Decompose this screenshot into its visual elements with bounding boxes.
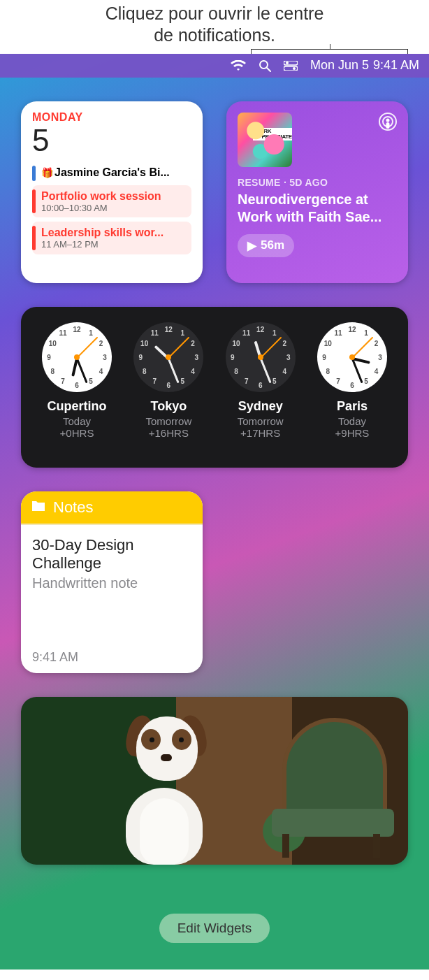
- annotation-line2: de notifications.: [0, 24, 429, 46]
- event-title: Leadership skills wor...: [41, 226, 163, 239]
- birthday-icon: 🎁: [41, 167, 53, 178]
- play-icon: ▶: [247, 238, 256, 253]
- edit-widgets-button[interactable]: Edit Widgets: [159, 914, 270, 943]
- podcast-play-button[interactable]: ▶ 56m: [238, 234, 294, 257]
- clock-offset: +17HRS: [219, 427, 303, 439]
- folder-icon: [31, 498, 46, 517]
- photo-chair: [261, 718, 394, 858]
- clock-minute-hand: [76, 357, 88, 382]
- clock-face: 121234567891011: [226, 322, 296, 392]
- podcast-meta: RESUME · 5D AGO: [238, 177, 397, 188]
- clock-day: Tomorrow: [126, 415, 210, 427]
- clock-item: 121234567891011SydneyTomorrow+17HRS: [219, 322, 303, 454]
- event-title: Jasmine Garcia's Bi...: [54, 166, 170, 178]
- clock-item: 121234567891011TokyoTomorrow+16HRS: [126, 322, 210, 454]
- annotation-line1: Cliquez pour ouvrir le centre: [0, 3, 429, 24]
- wifi-icon[interactable]: [231, 60, 246, 71]
- desktop: Mon Jun 5 9:41 AM MONDAY 5 🎁Jasmine Garc…: [0, 54, 429, 970]
- podcast-duration: 56m: [261, 238, 284, 252]
- event-color-bar: [32, 166, 36, 181]
- calendar-event: Leadership skills wor... 11 AM–12 PM: [32, 222, 191, 254]
- calendar-widget[interactable]: MONDAY 5 🎁Jasmine Garcia's Bi... Portfol…: [21, 101, 203, 283]
- clock-offset: +9HRS: [310, 427, 394, 439]
- podcast-artwork: WORK APPROPRIATE: [238, 113, 292, 167]
- event-time: 11 AM–12 PM: [41, 239, 163, 250]
- clock-city: Cupertino: [35, 399, 119, 414]
- clock-second-hand: [168, 336, 190, 358]
- notification-center-widgets: MONDAY 5 🎁Jasmine Garcia's Bi... Portfol…: [0, 78, 429, 943]
- notes-widget[interactable]: Notes 30-Day Design Challenge Handwritte…: [21, 491, 203, 673]
- help-annotation: Cliquez pour ouvrir le centre de notific…: [0, 0, 429, 54]
- notes-body: 30-Day Design Challenge Handwritten note…: [21, 525, 203, 673]
- clock-second-hand: [351, 336, 373, 358]
- clock-day: Tomorrow: [219, 415, 303, 427]
- clock-offset: +0HRS: [35, 427, 119, 439]
- event-color-bar: [32, 189, 36, 214]
- photo-dog: [98, 711, 238, 865]
- clock-minute-hand: [168, 357, 180, 382]
- spotlight-icon[interactable]: [259, 59, 271, 72]
- event-color-bar: [32, 226, 36, 250]
- clock-minute-hand: [259, 357, 271, 382]
- podcast-title: Neurodivergence at Work with Faith Sae..…: [238, 191, 397, 226]
- menubar: Mon Jun 5 9:41 AM: [0, 54, 429, 78]
- calendar-day-number: 5: [32, 125, 191, 156]
- note-title: 30-Day Design Challenge: [32, 536, 191, 573]
- note-time: 9:41 AM: [32, 650, 191, 665]
- clock-city: Paris: [310, 399, 394, 414]
- clock-item: 121234567891011CupertinoToday+0HRS: [35, 322, 119, 454]
- clock-offset: +16HRS: [126, 427, 210, 439]
- svg-point-5: [293, 67, 296, 70]
- clock-second-hand: [260, 336, 282, 358]
- note-subtitle: Handwritten note: [32, 575, 191, 591]
- clock-item: 121234567891011ParisToday+9HRS: [310, 322, 394, 454]
- clock-second-hand: [76, 336, 98, 358]
- clock-city: Tokyo: [126, 399, 210, 414]
- event-title: Portfolio work session: [41, 189, 161, 203]
- event-time: 10:00–10:30 AM: [41, 203, 161, 214]
- photos-widget[interactable]: [21, 697, 408, 865]
- podcasts-app-icon: [377, 111, 398, 135]
- clock-face: 121234567891011: [133, 322, 203, 392]
- svg-point-8: [386, 118, 390, 122]
- svg-line-1: [267, 68, 270, 71]
- clock-day: Today: [310, 415, 394, 427]
- clock-face: 121234567891011: [317, 322, 387, 392]
- notes-header-label: Notes: [53, 498, 93, 517]
- svg-rect-9: [386, 122, 390, 129]
- menubar-time: 9:41 AM: [373, 58, 419, 73]
- notes-header: Notes: [21, 491, 203, 524]
- clock-day: Today: [35, 415, 119, 427]
- world-clock-widget[interactable]: 121234567891011CupertinoToday+0HRS121234…: [21, 307, 408, 468]
- clock-face: 121234567891011: [42, 322, 112, 392]
- podcast-artwork-label: WORK APPROPRIATE: [253, 128, 292, 140]
- svg-point-3: [286, 62, 289, 64]
- calendar-event: 🎁Jasmine Garcia's Bi...: [32, 166, 191, 181]
- podcasts-widget[interactable]: WORK APPROPRIATE RESUME · 5D AGO Neurodi…: [226, 101, 408, 283]
- calendar-day-name: MONDAY: [32, 111, 191, 124]
- control-center-icon[interactable]: [284, 61, 298, 71]
- menubar-datetime[interactable]: Mon Jun 5 9:41 AM: [310, 58, 419, 73]
- menubar-date: Mon Jun 5: [310, 58, 369, 73]
- clock-city: Sydney: [219, 399, 303, 414]
- calendar-event: Portfolio work session 10:00–10:30 AM: [32, 185, 191, 218]
